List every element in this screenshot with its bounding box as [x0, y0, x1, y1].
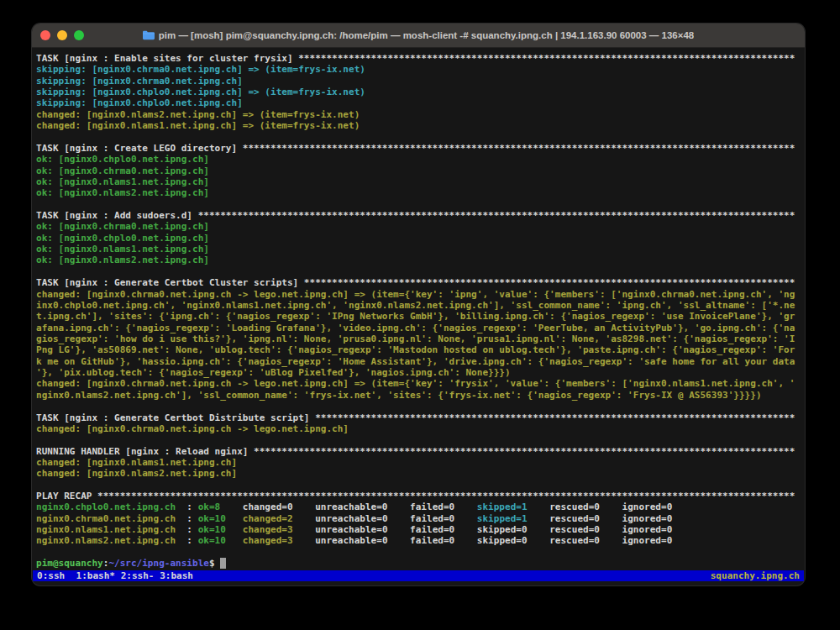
terminal-line: ok: [nginx0.nlams1.net.ipng.ch] [36, 244, 801, 255]
terminal-line [36, 547, 801, 558]
terminal-line: inx0.chplo0.net.ipng.ch', 'nginx0.nlams1… [36, 300, 801, 311]
terminal-screen[interactable]: TASK [nginx : Enable sites for cluster f… [32, 47, 805, 585]
terminal-line: skipping: [nginx0.chplo0.net.ipng.ch] =>… [36, 87, 801, 97]
cursor [220, 558, 226, 569]
window-title: pim — [mosh] pim@squanchy.ipng.ch: /home… [159, 30, 694, 40]
terminal-line: ok: [nginx0.nlams1.net.ipng.ch] [36, 176, 801, 187]
terminal-line: nginx0.nlams2.net.ipng.ch'], 'ssl_common… [36, 390, 801, 401]
terminal-line: pim@squanchy:~/src/ipng-ansible$ [36, 558, 801, 569]
terminal-line: skipping: [nginx0.chrma0.net.ipng.ch] =>… [36, 64, 801, 75]
terminal-line: changed: [nginx0.nlams1.net.ipng.ch] => … [36, 120, 801, 131]
zoom-button[interactable] [74, 30, 84, 40]
terminal-line: afana.ipng.ch': {'nagios_regexp': 'Loadi… [36, 323, 801, 333]
terminal-line: nginx0.chrma0.net.ipng.ch : ok=10 change… [36, 513, 801, 524]
terminal-line: changed: [nginx0.nlams2.net.ipng.ch] => … [36, 109, 801, 120]
desktop-background: pim — [mosh] pim@squanchy.ipng.ch: /home… [0, 0, 840, 630]
window-title-group: pim — [mosh] pim@squanchy.ipng.ch: /home… [143, 28, 694, 44]
terminal-line: '}, 'pix.ublog.tech': {'nagios_regexp': … [36, 367, 801, 378]
terminal-line: TASK [nginx : Generate Certbot Distribut… [36, 412, 801, 423]
close-button[interactable] [40, 30, 50, 40]
terminal-line: TASK [nginx : Add sudoers.d] ***********… [36, 210, 801, 221]
terminal-line: changed: [nginx0.nlams1.net.ipng.ch] [36, 457, 801, 468]
terminal-line: ok: [nginx0.nlams2.net.ipng.ch] [36, 187, 801, 198]
traffic-lights [40, 24, 84, 47]
terminal-window: pim — [mosh] pim@squanchy.ipng.ch: /home… [32, 24, 805, 585]
terminal-line: TASK [nginx : Create LEGO directory] ***… [36, 143, 801, 154]
tmux-hostname: squanchy.ipng.ch [711, 570, 800, 581]
terminal-line: ok: [nginx0.chrma0.net.ipng.ch] [36, 165, 801, 176]
terminal-line [36, 480, 801, 491]
terminal-line: skipping: [nginx0.chrma0.net.ipng.ch] [36, 76, 801, 87]
terminal-line: changed: [nginx0.nlams2.net.ipng.ch] [36, 468, 801, 479]
terminal-line: TASK [nginx : Generate Certbot Cluster s… [36, 277, 801, 288]
terminal-lines: TASK [nginx : Enable sites for cluster f… [36, 53, 801, 570]
minimize-button[interactable] [57, 30, 67, 40]
terminal-line: ok: [nginx0.chplo0.net.ipng.ch] [36, 233, 801, 244]
terminal-line: RUNNING HANDLER [nginx : Reload nginx] *… [36, 446, 801, 457]
terminal-line: ok: [nginx0.chrma0.net.ipng.ch] [36, 221, 801, 232]
terminal-line: Png LG'}, 'as50869.net': None, 'ublog.te… [36, 344, 801, 355]
terminal-line: nginx0.nlams1.net.ipng.ch : ok=10 change… [36, 524, 801, 535]
terminal-line: changed: [nginx0.chrma0.net.ipng.ch -> l… [36, 378, 801, 389]
terminal-line: nginx0.chplo0.net.ipng.ch : ok=8 changed… [36, 501, 801, 512]
terminal-line [36, 434, 801, 445]
terminal-line: changed: [nginx0.chrma0.net.ipng.ch -> l… [36, 423, 801, 434]
terminal-line: TASK [nginx : Enable sites for cluster f… [36, 53, 801, 64]
terminal-line: k me on GitHub'}, 'hassio.ipng.ch': {'na… [36, 356, 801, 367]
terminal-line: changed: [nginx0.chrma0.net.ipng.ch -> l… [36, 289, 801, 300]
window-titlebar[interactable]: pim — [mosh] pim@squanchy.ipng.ch: /home… [32, 24, 805, 48]
tmux-status-bar: 0:ssh 1:bash* 2:ssh- 3:bash squanchy.ipn… [33, 570, 804, 581]
terminal-line: t.ipng.ch'], 'sites': {'ipng.ch': {'nagi… [36, 311, 801, 322]
terminal-line [36, 401, 801, 412]
folder-icon [143, 29, 155, 44]
terminal-line: ok: [nginx0.nlams2.net.ipng.ch] [36, 255, 801, 265]
terminal-line: gios_regexp': 'how do i use this?'}, 'ip… [36, 333, 801, 344]
terminal-line [36, 266, 801, 277]
terminal-line: PLAY RECAP *****************************… [36, 491, 801, 501]
tmux-window-list: 0:ssh 1:bash* 2:ssh- 3:bash [37, 570, 193, 581]
terminal-line: skipping: [nginx0.chplo0.net.ipng.ch] [36, 97, 801, 108]
terminal-line [36, 199, 801, 210]
terminal-line: nginx0.nlams2.net.ipng.ch : ok=10 change… [36, 535, 801, 546]
terminal-line: ok: [nginx0.chplo0.net.ipng.ch] [36, 154, 801, 165]
terminal-line [36, 132, 801, 143]
